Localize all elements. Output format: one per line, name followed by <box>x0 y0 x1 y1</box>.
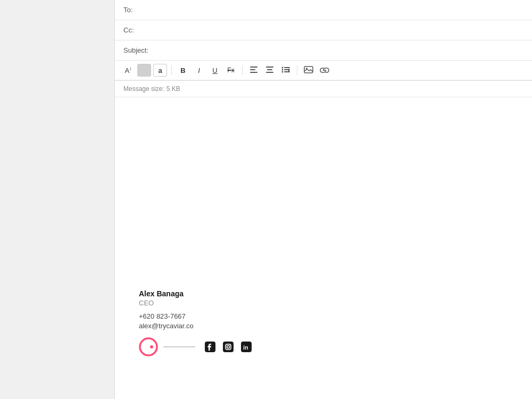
image-button[interactable] <box>302 64 315 77</box>
list-icon <box>281 66 290 74</box>
social-icons-group: in <box>205 342 252 352</box>
formatting-toolbar: A↕ a B I U Fx <box>115 61 532 80</box>
font-size-icon: A↕ <box>124 66 131 74</box>
to-label: To: <box>123 6 158 14</box>
underline-button[interactable]: U <box>208 64 222 77</box>
message-size-label: Message size: <box>123 85 164 93</box>
svg-rect-3 <box>266 66 273 68</box>
instagram-icon[interactable] <box>223 342 234 352</box>
sidebar <box>0 0 114 399</box>
color-a-label: a <box>158 66 162 74</box>
bold-icon: B <box>180 66 185 74</box>
svg-point-8 <box>282 69 284 70</box>
svg-rect-7 <box>284 67 290 68</box>
logo-svg <box>139 337 158 356</box>
svg-point-18 <box>150 345 153 348</box>
align-center-button[interactable] <box>263 64 277 77</box>
linkedin-icon[interactable]: in <box>241 342 252 352</box>
to-input[interactable] <box>158 6 523 14</box>
image-icon <box>304 66 313 75</box>
email-header: To: Cc: Subject: A↕ a B I <box>115 0 532 81</box>
color-swatch-button[interactable] <box>137 64 151 77</box>
divider-2 <box>242 65 243 75</box>
svg-rect-13 <box>304 66 313 73</box>
align-left-icon <box>250 66 257 74</box>
italic-icon: I <box>198 66 200 74</box>
subject-row: Subject: <box>115 40 532 61</box>
strikethrough-icon: Fx <box>227 66 234 74</box>
link-icon <box>320 66 329 74</box>
to-row: To: <box>115 0 532 20</box>
signature-email: alex@trycaviar.co <box>139 322 252 330</box>
underline-icon: U <box>212 66 217 74</box>
email-body[interactable]: Alex Banaga CEO +620 823-7667 alex@tryca… <box>115 97 532 399</box>
facebook-icon[interactable] <box>205 342 215 352</box>
svg-point-6 <box>282 66 284 68</box>
signature-bottom: in <box>139 337 252 356</box>
strikethrough-button[interactable]: Fx <box>224 64 238 77</box>
align-center-icon <box>266 66 273 74</box>
svg-rect-20 <box>223 342 234 352</box>
message-size-value: 5 KB <box>167 85 180 93</box>
svg-point-10 <box>282 71 284 72</box>
cc-input[interactable] <box>158 26 523 34</box>
email-compose-panel: To: Cc: Subject: A↕ a B I <box>114 0 532 399</box>
svg-point-23 <box>230 344 231 345</box>
svg-rect-1 <box>250 69 255 70</box>
list-button[interactable] <box>279 64 293 77</box>
svg-text:in: in <box>243 344 248 351</box>
svg-rect-12 <box>288 69 289 72</box>
logo-bar <box>163 346 195 347</box>
italic-button[interactable]: I <box>192 64 206 77</box>
subject-label: Subject: <box>123 46 158 54</box>
align-left-button[interactable] <box>247 64 261 77</box>
divider-3 <box>297 65 297 75</box>
svg-rect-4 <box>267 69 272 70</box>
message-size-bar: Message size: 5 KB <box>115 81 532 97</box>
subject-input[interactable] <box>158 46 523 54</box>
company-logo <box>139 337 195 356</box>
signature-title: CEO <box>139 299 252 307</box>
link-button[interactable] <box>318 64 331 77</box>
color-a-button[interactable]: a <box>153 64 167 77</box>
svg-rect-0 <box>250 66 257 68</box>
cc-label: Cc: <box>123 26 158 34</box>
divider-1 <box>171 65 172 75</box>
signature-phone: +620 823-7667 <box>139 312 252 320</box>
svg-rect-2 <box>250 72 257 73</box>
cc-row: Cc: <box>115 20 532 40</box>
svg-rect-5 <box>266 72 273 73</box>
bold-button[interactable]: B <box>176 64 190 77</box>
signature-name: Alex Banaga <box>139 289 252 298</box>
font-size-button[interactable]: A↕ <box>121 64 135 77</box>
signature-block: Alex Banaga CEO +620 823-7667 alex@tryca… <box>139 289 252 356</box>
